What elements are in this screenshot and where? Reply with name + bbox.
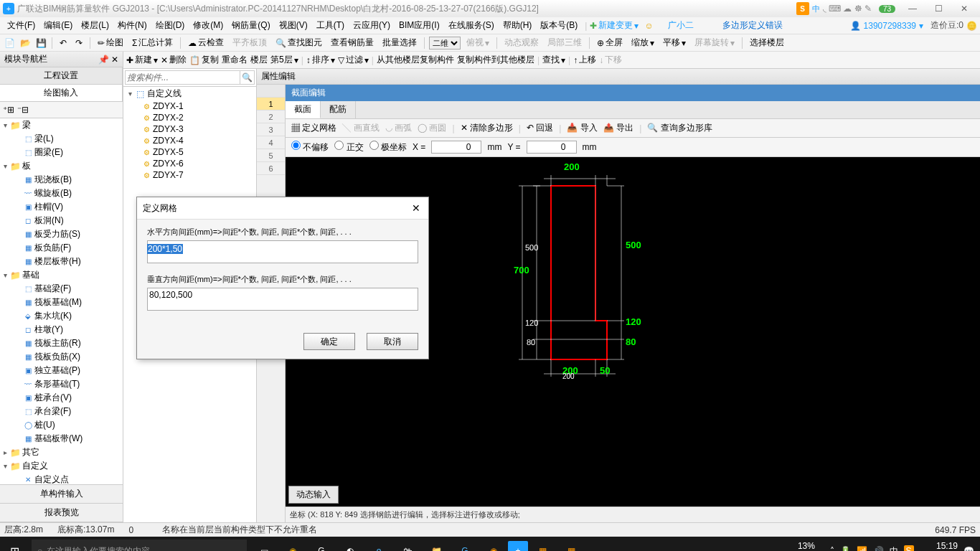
member-tree[interactable]: ▾📁梁 ⬚梁(L) ⬚圈梁(E) ▾📁板 ▦现浇板(B) 〰螺旋板(B) ▣柱帽… [0, 118, 123, 484]
task-app-7[interactable]: ▦ [528, 537, 557, 551]
dynamic-input-button[interactable]: 动态输入 [288, 486, 339, 504]
import-button[interactable]: 📥 导入 [567, 122, 597, 134]
battery-icon[interactable]: 🔋 [840, 546, 851, 551]
menu-version[interactable]: 版本号(B) [536, 18, 582, 33]
draw-button[interactable]: ✏绘图 [95, 37, 126, 49]
redo-icon[interactable]: ↷ [72, 37, 85, 50]
tab-project-setting[interactable]: 工程设置 [0, 67, 123, 84]
perspective-button[interactable]: 俯视 ▾ [463, 37, 492, 49]
maximize-button[interactable]: ☐ [925, 1, 951, 16]
draw-line-button[interactable]: ╲ 画直线 [342, 122, 379, 134]
cancel-button[interactable]: 取消 [367, 333, 418, 350]
menu-file[interactable]: 文件(F) [3, 18, 39, 33]
task-app-8[interactable]: ▦ [557, 537, 585, 551]
rotate-button[interactable]: 屏幕旋转 ▾ [692, 37, 738, 49]
report-preview-button[interactable]: 报表预览 [0, 504, 123, 522]
wifi-icon[interactable]: 📶 [857, 546, 867, 551]
dialog-close-button[interactable]: ✕ [410, 202, 423, 215]
menu-floor[interactable]: 楼层(L) [77, 18, 113, 33]
cloud-check-button[interactable]: ☁ 云检查 [185, 37, 227, 49]
pan-button[interactable]: 平移 ▾ [660, 37, 689, 49]
export-button[interactable]: 📤 导出 [603, 122, 633, 134]
search-member-input[interactable] [125, 70, 240, 85]
task-view-icon[interactable]: ▭ [250, 537, 278, 551]
menu-view[interactable]: 视图(V) [275, 18, 312, 33]
notification-icon[interactable]: 💬 [963, 546, 974, 551]
account-number[interactable]: 👤13907298339 ▾ [850, 21, 923, 31]
rename-button[interactable]: 重命名 [222, 54, 248, 66]
start-button[interactable]: ⊞ [0, 537, 29, 551]
open-icon[interactable]: 📂 [19, 37, 32, 50]
task-app-6[interactable]: + [508, 541, 528, 551]
find-button[interactable]: 🔍查找图元 [273, 37, 325, 49]
polar-radio[interactable]: 极坐标 [369, 141, 407, 154]
tab-section[interactable]: 截面 [286, 101, 321, 118]
new-member-button[interactable]: ✚ 新建 ▾ [126, 54, 158, 66]
vertical-input[interactable] [147, 288, 418, 311]
store-icon[interactable]: 🛍 [393, 537, 422, 551]
x-input[interactable] [431, 141, 481, 154]
undo-icon[interactable]: ↶ [57, 37, 70, 50]
pin-icon[interactable]: 📌 ✕ [98, 55, 118, 65]
ime-tray-icon[interactable]: 中 [890, 545, 898, 552]
define-grid-button[interactable]: ▦ 定义网格 [291, 122, 336, 134]
tab-draw-input[interactable]: 绘图输入 [0, 85, 123, 101]
menu-cloud[interactable]: 云应用(Y) [349, 18, 395, 33]
sogou-icon[interactable]: S [796, 2, 809, 15]
view-rebar-button[interactable]: 查看钢筋量 [328, 37, 377, 49]
search-icon[interactable]: 🔍 [240, 70, 255, 85]
sogou-tray-icon[interactable]: S [904, 545, 914, 551]
new-icon[interactable]: 📄 [3, 37, 16, 50]
delete-member-button[interactable]: ✕ 删除 [161, 54, 187, 66]
task-app-5[interactable]: ◉ [479, 537, 508, 551]
copy-to-button[interactable]: 复制构件到其他楼层 [457, 54, 534, 66]
single-member-button[interactable]: 单构件输入 [0, 485, 123, 504]
copy-from-button[interactable]: 从其他楼层复制构件 [377, 54, 454, 66]
y-input[interactable] [527, 141, 577, 154]
ortho-radio[interactable]: 正交 [334, 141, 363, 154]
fullscreen-button[interactable]: ⊕ 全屏 [594, 37, 626, 49]
clock[interactable]: 15:192017/7/11 [920, 541, 958, 551]
menu-draw[interactable]: 绘图(D) [151, 18, 189, 33]
sort-button[interactable]: ↕ 排序 ▾ [306, 54, 335, 66]
move-up-button[interactable]: ↑ 上移 [573, 54, 596, 66]
close-button[interactable]: ✕ [951, 1, 977, 16]
task-app-4[interactable]: G [451, 537, 479, 551]
floor-select[interactable]: 第5层 ▾ [270, 54, 298, 66]
tray-up-icon[interactable]: ˄ [830, 546, 834, 551]
menu-member[interactable]: 构件(N) [113, 18, 151, 33]
ime-lang[interactable]: 中 [812, 4, 820, 14]
volume-icon[interactable]: 🔊 [873, 546, 884, 551]
zoom-button[interactable]: 缩放 ▾ [628, 37, 657, 49]
save-icon[interactable]: 💾 [34, 37, 47, 50]
flat-button[interactable]: 平齐板顶 [230, 37, 270, 49]
menu-rebar[interactable]: 钢筋量(Q) [227, 18, 274, 33]
filter-button[interactable]: ▽ 过滤 ▾ [338, 54, 369, 66]
search-polygon-button[interactable]: 🔍 查询多边形库 [647, 122, 712, 134]
find-member-button[interactable]: 查找 ▾ [542, 54, 565, 66]
taskbar-search[interactable]: ○ 在这里输入你要搜索的内容 [32, 540, 247, 551]
local3d-button[interactable]: 局部三维 [545, 37, 585, 49]
new-change-button[interactable]: ✚新建变更 ▾ [590, 19, 639, 32]
copy-member-button[interactable]: 📋 复制 [189, 54, 219, 66]
explorer-icon[interactable]: 📁 [422, 537, 451, 551]
tab-rebar[interactable]: 配筋 [321, 101, 356, 118]
user-name[interactable]: 广小二 [668, 19, 694, 32]
menu-online[interactable]: 在线服务(S) [444, 18, 499, 33]
menu-tools[interactable]: 工具(T) [312, 18, 349, 33]
menu-help[interactable]: 帮助(H) [499, 18, 537, 33]
draw-arc-button[interactable]: ◡ 画弧 [385, 122, 412, 134]
undo-button[interactable]: ↶ 回退 [527, 122, 553, 134]
task-app-2[interactable]: G [307, 537, 336, 551]
dynamic-view-button[interactable]: 动态观察 [501, 37, 542, 49]
batch-select-button[interactable]: 批量选择 [380, 37, 420, 49]
dimension-select[interactable]: 二维 [429, 37, 461, 50]
menu-edit[interactable]: 编辑(E) [39, 18, 77, 33]
ok-button[interactable]: 确定 [303, 333, 355, 350]
clear-polygon-button[interactable]: ✕ 清除多边形 [461, 122, 513, 134]
task-app-1[interactable]: ◉ [278, 537, 307, 551]
menu-bim[interactable]: BIM应用(I) [395, 18, 444, 33]
minimize-button[interactable]: — [900, 1, 925, 16]
no-offset-radio[interactable]: 不偏移 [291, 141, 329, 154]
sum-button[interactable]: Σ 汇总计算 [129, 37, 176, 49]
